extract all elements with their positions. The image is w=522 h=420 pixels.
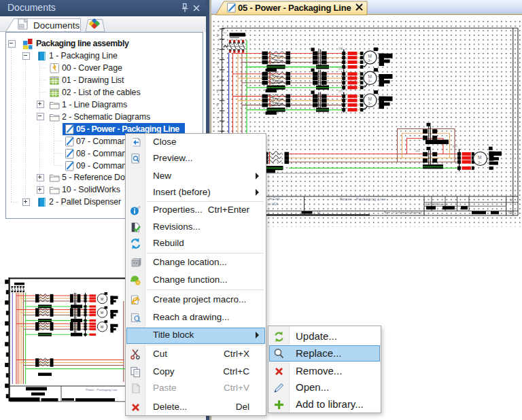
svg-text:M: M (478, 155, 481, 160)
svg-text:M: M (368, 97, 372, 101)
svg-text:6: 6 (216, 103, 218, 107)
svg-text:3~: 3~ (478, 160, 482, 164)
svg-text:M: M (368, 54, 372, 58)
svg-text:W1: W1 (338, 67, 343, 71)
svg-text:3~: 3~ (368, 101, 372, 105)
svg-text:4: 4 (216, 75, 218, 79)
svg-text:7: 7 (216, 116, 218, 120)
svg-text:Power - Packaging Line: Power - Packaging Line (340, 197, 386, 201)
svg-text:W1: W1 (338, 90, 343, 93)
svg-text:W1: W1 (338, 47, 343, 50)
svg-text:3~: 3~ (368, 79, 372, 83)
svg-text:Power - Packaging Line: Power - Packaging Line (86, 388, 118, 391)
svg-text:05 - Power - Packaging Line: 05 - Power - Packaging Line (238, 3, 351, 13)
svg-text:3~: 3~ (368, 58, 372, 63)
svg-text:A A-PE-REF Sheet-pth: A A-PE-REF Sheet-pth (425, 203, 447, 206)
svg-text:1: 1 (216, 33, 218, 37)
svg-text:Nom : k (schematic drawing): Nom : k (schematic drawing) (384, 211, 422, 214)
svg-text:U: U (510, 198, 512, 202)
svg-text:M: M (101, 297, 103, 301)
svg-text:M: M (101, 325, 103, 329)
svg-text:P1: P1 (224, 31, 228, 35)
svg-text:2: 2 (216, 48, 218, 52)
svg-text:W4: W4 (453, 145, 457, 148)
svg-text:k1: k1 (317, 211, 321, 215)
svg-text:ks Corp.: ks Corp. (269, 197, 281, 200)
svg-text:3: 3 (216, 61, 218, 65)
svg-text:s USA: s USA (269, 203, 278, 206)
svg-text:5: 5 (216, 89, 218, 93)
svg-text:05: 05 (508, 210, 512, 214)
svg-text:-M4: -M4 (415, 150, 420, 153)
svg-text:M: M (368, 74, 372, 79)
svg-text:M: M (101, 311, 103, 315)
